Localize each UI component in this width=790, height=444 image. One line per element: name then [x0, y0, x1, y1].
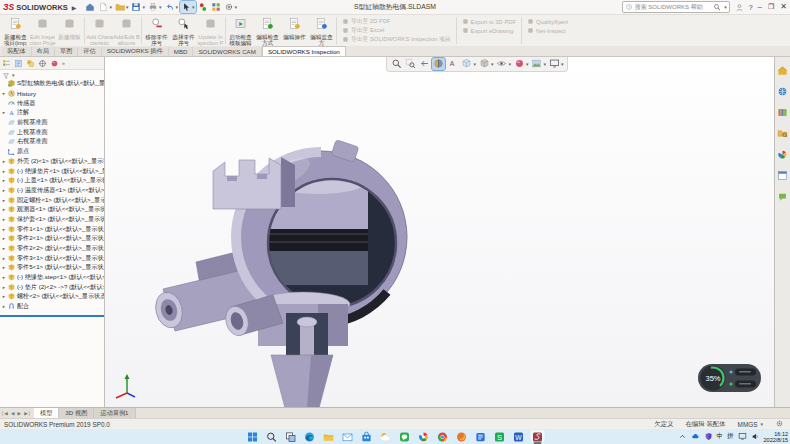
minimize-button[interactable]: –: [758, 2, 762, 12]
edit-attribute-button[interactable]: 编辑监查方: [308, 15, 335, 46]
forum-tab[interactable]: [777, 188, 788, 206]
volume-icon[interactable]: [751, 432, 760, 442]
help-button[interactable]: ?: [749, 4, 753, 11]
export-command[interactable]: 导出至 Excel: [342, 27, 451, 34]
tree-item[interactable]: ▸零件2<1> (默认<<默认>_显示状态: [0, 234, 104, 244]
section-view-button[interactable]: [432, 58, 445, 70]
dropdown-caret[interactable]: ▾: [491, 61, 494, 67]
launch-template-editor-button[interactable]: 启动检查模板编辑器: [227, 15, 254, 46]
dimxpertmanager-tab[interactable]: [37, 58, 48, 69]
blue-notes-app-button[interactable]: [474, 430, 488, 443]
balloons-button[interactable]: Add/Edit Balloons: [113, 15, 140, 46]
annotation-view-button[interactable]: A: [446, 58, 459, 70]
view-orientation-button[interactable]: ▾: [460, 58, 477, 70]
search-icon[interactable]: [713, 3, 721, 12]
custom-properties-tab[interactable]: [777, 167, 788, 185]
close-button[interactable]: ✕: [780, 2, 787, 12]
menu-flyout-arrow[interactable]: ▶: [72, 4, 77, 11]
motion-nav-arrows[interactable]: |◀ ◀ ▶ ▶|: [2, 411, 31, 416]
security-shield-icon[interactable]: [704, 432, 713, 442]
colorwheel-app-button[interactable]: [417, 430, 431, 443]
export-command[interactable]: Export eDrawing: [462, 27, 516, 34]
rebuild-button[interactable]: [197, 1, 209, 13]
remove-balloon-button[interactable]: 移除零件序号: [143, 15, 170, 46]
tree-item[interactable]: ▸配合: [0, 302, 104, 312]
tree-item[interactable]: ▸(-) 温度传感器<1> (默认<<默认>_: [0, 186, 104, 196]
tree-item[interactable]: ▸A注解: [0, 108, 104, 118]
filter-caret[interactable]: ▾: [12, 72, 15, 78]
dropdown-caret[interactable]: ▾: [543, 61, 546, 67]
tree-root-item[interactable]: S型缸轴散热电偶 (默认<默认_显示状态-1: [0, 79, 104, 89]
tab-solidworks-cam[interactable]: SOLIDWORKS CAM: [193, 47, 261, 56]
tree-item[interactable]: ▸保护套<1> (默认<<默认>_显示状: [0, 215, 104, 225]
tab-solidworks-inspection[interactable]: SOLIDWORKS Inspection: [262, 46, 346, 56]
dropdown-caret[interactable]: ▾: [176, 4, 179, 10]
dropdown-caret[interactable]: ▾: [526, 61, 529, 67]
zoom-fit-button[interactable]: [390, 58, 403, 70]
tree-item[interactable]: 原点: [0, 147, 104, 157]
panel-splitter[interactable]: [0, 315, 104, 317]
units-dropdown-caret[interactable]: ▾: [760, 421, 763, 427]
dropdown-caret[interactable]: ▾: [159, 4, 162, 10]
tree-item[interactable]: ▸零件2<2> (默认<<默认>_显示状态: [0, 244, 104, 254]
edit-appearance-button[interactable]: ▾: [513, 58, 530, 70]
graphics-viewport[interactable]: A▾▾▾▾▾▾: [105, 57, 775, 407]
mail-button[interactable]: [341, 430, 355, 443]
tab-solidworks-插件[interactable]: SOLIDWORKS 插件: [102, 47, 169, 56]
taskpane-home-tab[interactable]: [777, 62, 788, 80]
store-button[interactable]: [360, 430, 374, 443]
orange-app-button[interactable]: [455, 430, 469, 443]
green-chat-app-button[interactable]: [398, 430, 412, 443]
status-gear-icon[interactable]: [775, 419, 784, 429]
file-properties-button[interactable]: [210, 1, 222, 13]
explorer-button[interactable]: [322, 430, 336, 443]
s-green-app-button[interactable]: S: [493, 430, 507, 443]
tab-mbd[interactable]: MBD: [169, 47, 194, 56]
dropdown-caret[interactable]: ▾: [142, 4, 145, 10]
tree-item[interactable]: 上视基准面: [0, 127, 104, 137]
onedrive-icon[interactable]: [691, 432, 700, 442]
motion-tab-3[interactable]: 运动算例1: [94, 408, 135, 418]
tree-item[interactable]: ▸(-) 绝缘垫.step<1> (默认<<默认>: [0, 273, 104, 283]
tab-草图[interactable]: 草图: [55, 47, 78, 56]
new-project-button[interactable]: 新建检查项目(imp;知): [2, 15, 29, 46]
dropdown-caret[interactable]: ▾: [109, 4, 112, 10]
sw-resources-tab[interactable]: [777, 83, 788, 101]
restore-button[interactable]: ❐: [768, 2, 774, 12]
tree-item[interactable]: 传感器: [0, 98, 104, 108]
tab-布局[interactable]: 布局: [32, 47, 55, 56]
propertymanager-tab[interactable]: [13, 58, 24, 69]
open-button[interactable]: ▾: [114, 1, 130, 13]
export-command[interactable]: Net-Inspect: [527, 27, 568, 34]
tree-item[interactable]: ▸零件3<1> (默认<<默认>_显示状态: [0, 253, 104, 263]
tray-expand-icon[interactable]: [678, 432, 687, 442]
home-button[interactable]: [84, 1, 96, 13]
tree-item[interactable]: ▸零件1<1> (默认<<默认>_显示状态: [0, 224, 104, 234]
tree-item[interactable]: 前视基准面: [0, 118, 104, 128]
dropdown-caret[interactable]: ▾: [126, 4, 129, 10]
weather-button[interactable]: [379, 430, 393, 443]
export-command[interactable]: 导出至 2D PDF: [342, 18, 451, 25]
dropdown-caret[interactable]: ▾: [235, 4, 238, 10]
print-button[interactable]: ▾: [147, 1, 163, 13]
tab-装配体[interactable]: 装配体: [2, 47, 32, 56]
search-input[interactable]: ? 搜索 SOLIDWORKS 帮助 ▾: [622, 1, 730, 13]
edit-project-button[interactable]: Edit Inspection Project: [29, 15, 56, 46]
previous-view-button[interactable]: [418, 58, 431, 70]
edge-button[interactable]: [303, 430, 317, 443]
save-button[interactable]: ▾: [130, 1, 146, 13]
ime-indicator-1[interactable]: 中: [717, 432, 724, 441]
tree-item[interactable]: ▸(-) 上盖<1> (默认<<默认>_显示状: [0, 176, 104, 186]
dropdown-caret[interactable]: ▾: [508, 61, 511, 67]
dropdown-caret[interactable]: ▾: [561, 61, 564, 67]
dropdown-caret[interactable]: ▾: [473, 61, 476, 67]
model-3d-view[interactable]: [105, 57, 775, 407]
edit-operation-button[interactable]: 编辑操作: [281, 15, 308, 46]
tree-item[interactable]: ▸零件5<1> (默认<<默认>_显示状态: [0, 263, 104, 273]
configurationmanager-tab[interactable]: [25, 58, 36, 69]
design-library-tab[interactable]: [777, 104, 788, 122]
motion-tab-1[interactable]: 模型: [34, 408, 59, 418]
taskbar-clock[interactable]: 16:122022/8/15: [764, 431, 788, 443]
zoom-area-button[interactable]: [404, 58, 417, 70]
cast-display-icon[interactable]: [738, 432, 747, 442]
